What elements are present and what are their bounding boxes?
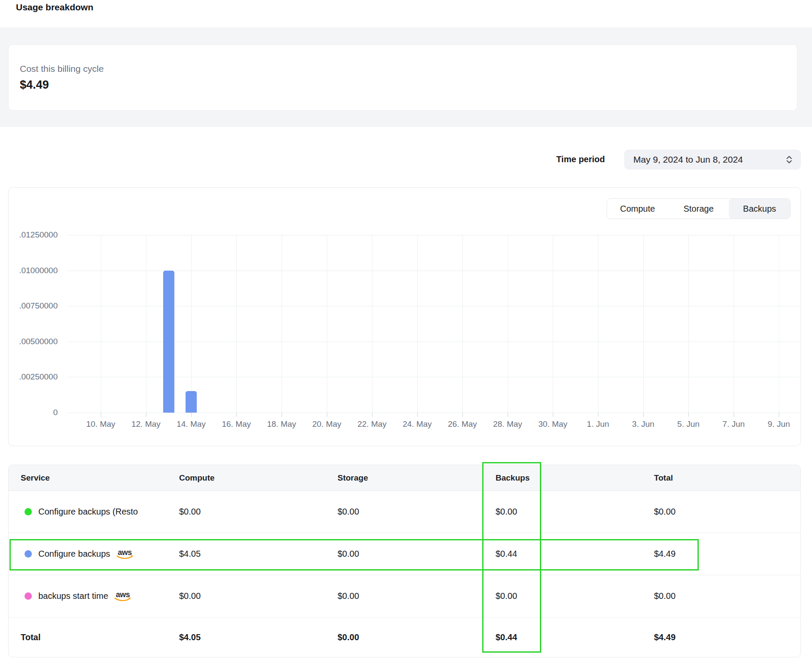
- y-axis-label: .01000000: [9, 266, 58, 275]
- y-axis-label: .00750000: [9, 301, 58, 311]
- usage-bar-14-may: [186, 391, 197, 413]
- aws-icon: aws: [116, 549, 133, 559]
- cell-total: $0.00: [654, 591, 800, 601]
- chart-plot: 0.00250000.00500000.00750000.01000000.01…: [67, 235, 800, 413]
- tab-backups[interactable]: Backups: [729, 199, 790, 219]
- x-axis-label: 9. Jun: [751, 419, 807, 429]
- chevron-up-down-icon: [785, 155, 793, 164]
- time-period-select[interactable]: May 9, 2024 to Jun 8, 2024: [624, 150, 801, 170]
- cell-storage: $0.00: [338, 507, 496, 517]
- usage-table-card: Service Compute Storage Backups Total Co…: [8, 465, 801, 657]
- usage-chart-card: Compute Storage Backups 0.00250000.00500…: [8, 187, 801, 446]
- col-header-storage: Storage: [338, 473, 496, 483]
- table-row-configure-backups: Configure backups aws $4.05 $0.00 $0.44 …: [9, 533, 800, 575]
- y-axis-label: .00500000: [9, 337, 58, 346]
- cell-compute: $4.05: [179, 549, 338, 559]
- cell-compute-total: $4.05: [179, 632, 338, 642]
- time-period-value: May 9, 2024 to Jun 8, 2024: [633, 154, 785, 165]
- service-cell: Configure backups aws: [9, 549, 179, 559]
- aws-swoosh-icon: [116, 555, 133, 559]
- time-period-label: Time period: [556, 154, 605, 164]
- aws-icon: aws: [114, 591, 131, 601]
- y-axis-label: .01250000: [9, 230, 58, 240]
- y-axis-label: 0: [9, 408, 58, 417]
- cell-storage-total: $0.00: [338, 632, 496, 642]
- tab-compute[interactable]: Compute: [607, 199, 668, 219]
- table-row-backups-start-time: backups start time aws $0.00 $0.00 $0.00…: [9, 575, 800, 617]
- tab-storage[interactable]: Storage: [668, 199, 729, 219]
- cost-label: Cost this billing cycle: [20, 64, 104, 74]
- service-cell: Configure backups (Resto: [9, 507, 179, 517]
- col-header-service: Service: [9, 473, 179, 483]
- col-header-backups: Backups: [496, 473, 654, 483]
- chart-category-tabs: Compute Storage Backups: [607, 198, 790, 219]
- cell-backups: $0.00: [496, 507, 654, 517]
- cost-value: $4.49: [20, 78, 49, 92]
- y-axis-label: .00250000: [9, 372, 58, 382]
- col-header-total: Total: [654, 473, 800, 483]
- series-dot-pink: [25, 592, 32, 600]
- cell-storage: $0.00: [338, 591, 496, 601]
- cost-summary-card: Cost this billing cycle $4.49: [8, 44, 797, 111]
- cell-compute: $0.00: [179, 507, 338, 517]
- cell-backups-total: $0.44: [496, 632, 654, 642]
- total-label: Total: [9, 632, 179, 642]
- series-dot-blue: [25, 550, 32, 558]
- col-header-compute: Compute: [179, 473, 338, 483]
- cell-grand-total: $4.49: [654, 632, 800, 642]
- cell-total: $4.49: [654, 549, 800, 559]
- table-row-configure-backups-restored: Configure backups (Resto $0.00 $0.00 $0.…: [9, 491, 800, 533]
- service-name: Configure backups (Resto: [38, 507, 138, 517]
- usage-breakdown-page: Usage breakdown Cost this billing cycle …: [0, 0, 812, 666]
- cell-backups: $0.00: [496, 591, 654, 601]
- usage-bar-13-may: [163, 271, 174, 413]
- service-cell: backups start time aws: [9, 591, 179, 601]
- summary-band: Cost this billing cycle $4.49: [0, 28, 812, 127]
- series-dot-green: [25, 508, 32, 515]
- service-name: Configure backups: [38, 549, 110, 559]
- page-title: Usage breakdown: [16, 2, 93, 12]
- cell-compute: $0.00: [179, 591, 338, 601]
- cell-backups: $0.44: [496, 549, 654, 559]
- cell-total: $0.00: [654, 507, 800, 517]
- aws-swoosh-icon: [114, 597, 131, 601]
- service-name: backups start time: [38, 591, 108, 601]
- table-total-row: Total $4.05 $0.00 $0.44 $4.49: [9, 617, 800, 657]
- table-header-row: Service Compute Storage Backups Total: [9, 465, 800, 491]
- cell-storage: $0.00: [338, 549, 496, 559]
